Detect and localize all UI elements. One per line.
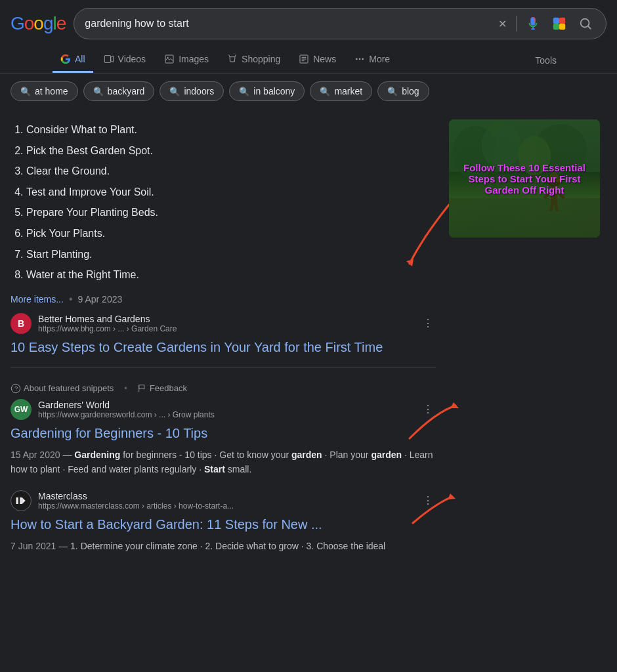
source-info-gw: Gardeners' World https://www.gardenerswo…	[38, 400, 414, 419]
tab-images[interactable]: Images	[156, 47, 217, 73]
result-snippet-mc: 7 Jun 2021 — 1. Determine your climate z…	[11, 539, 436, 553]
video-icon	[104, 54, 114, 64]
clear-button[interactable]	[496, 15, 509, 33]
news-icon	[299, 54, 309, 64]
tab-more-label: More	[369, 54, 390, 64]
svg-text:?: ?	[14, 385, 18, 392]
source-name-bhg: Better Homes and Gardens	[38, 314, 414, 324]
divider	[11, 367, 436, 368]
more-dots-icon	[354, 54, 365, 64]
source-info-mc: Masterclass https://www.masterclass.com …	[38, 491, 414, 511]
result-title-mc[interactable]: How to Start a Backyard Garden: 11 Steps…	[11, 515, 436, 534]
chip-search-icon-2: 🔍	[93, 87, 104, 96]
divider-line	[516, 16, 517, 32]
tab-all[interactable]: All	[53, 47, 93, 73]
shopping-icon	[227, 54, 238, 64]
svg-point-18	[359, 58, 361, 60]
chip-search-icon: 🔍	[20, 87, 31, 96]
search-bar	[74, 8, 606, 39]
chip-search-icon-4: 🔍	[239, 87, 249, 96]
list-item: Start Planting.	[26, 244, 436, 265]
source-info-bhg: Better Homes and Gardens https://www.bhg…	[38, 314, 414, 333]
chip-indoors[interactable]: 🔍 indoors	[160, 81, 224, 101]
list-item: Consider What to Plant.	[26, 119, 436, 140]
chip-at-home[interactable]: 🔍 at home	[11, 81, 78, 101]
tab-videos[interactable]: Videos	[96, 47, 154, 73]
svg-rect-3	[553, 18, 559, 24]
source-name-mc: Masterclass	[38, 491, 414, 501]
result-date-gw: 15 Apr 2020	[11, 450, 60, 460]
google-logo: Google	[11, 13, 66, 34]
chip-backyard[interactable]: 🔍 backyard	[83, 81, 155, 101]
filter-chips: 🔍 at home 🔍 backyard 🔍 indoors 🔍 in balc…	[0, 74, 617, 109]
svg-point-7	[581, 19, 589, 28]
dot-separator: •	[124, 383, 127, 393]
featured-title-link[interactable]: 10 Easy Steps to Create Gardens in Your …	[11, 338, 436, 356]
svg-marker-28	[22, 497, 26, 504]
mc-favicon	[11, 490, 32, 511]
three-dots-mc[interactable]: ⋮	[420, 492, 436, 509]
chip-market[interactable]: 🔍 market	[310, 81, 372, 101]
svg-rect-22	[139, 385, 144, 389]
more-items-link[interactable]: More items...	[11, 294, 64, 304]
list-item: Prepare Your Planting Beds.	[26, 202, 436, 223]
search-icons	[496, 14, 595, 33]
mc-logo-icon	[14, 494, 28, 507]
chip-search-icon-5: 🔍	[320, 87, 330, 96]
source-url-mc: https://www.masterclass.com › articles ›…	[38, 501, 414, 511]
chip-blog[interactable]: 🔍 blog	[377, 81, 429, 101]
result-gardeners-world: GW Gardeners' World https://www.gardener…	[11, 399, 436, 477]
more-items-line: More items... • 9 Apr 2023	[11, 293, 436, 305]
result-snippet-gw: 15 Apr 2020 — Gardening for beginners - …	[11, 448, 436, 477]
lens-button[interactable]	[549, 14, 569, 33]
list-item: Test and Improve Your Soil.	[26, 182, 436, 203]
tools-button[interactable]: Tools	[527, 49, 564, 72]
search-icon	[578, 16, 593, 31]
tab-videos-label: Videos	[118, 54, 146, 64]
about-snippets-link[interactable]: ? About featured snippets	[11, 383, 114, 394]
svg-marker-10	[110, 56, 113, 62]
tab-more[interactable]: More	[347, 47, 398, 73]
result-date-mc: 7 Jun 2021	[11, 541, 56, 551]
main-content: Consider What to Plant. Pick the Best Ga…	[0, 109, 617, 577]
source-url-gw: https://www.gardenersworld.com › ... › G…	[38, 410, 414, 419]
gw-favicon: GW	[11, 399, 32, 420]
search-submit-button[interactable]	[576, 14, 595, 33]
three-dots-bhg[interactable]: ⋮	[420, 314, 436, 332]
svg-rect-9	[104, 56, 110, 63]
steps-list: Consider What to Plant. Pick the Best Ga…	[11, 119, 436, 285]
source-card-gw: GW Gardeners' World https://www.gardener…	[11, 399, 436, 420]
svg-rect-26	[16, 497, 18, 504]
search-input[interactable]	[85, 18, 490, 30]
result-title-gw[interactable]: Gardening for Beginners - 10 Tips	[11, 424, 436, 442]
tab-shopping[interactable]: Shopping	[219, 47, 288, 73]
three-dots-gw[interactable]: ⋮	[420, 400, 436, 418]
svg-rect-27	[20, 497, 22, 504]
google-icon	[60, 54, 71, 64]
thumbnail-text: Follow These 10 Essential Steps to Start…	[459, 162, 589, 196]
chip-search-icon-3: 🔍	[169, 87, 180, 96]
featured-thumbnail[interactable]: Follow These 10 Essential Steps to Start…	[449, 119, 600, 238]
svg-rect-4	[559, 18, 565, 24]
svg-line-8	[588, 26, 591, 29]
list-item: Water at the Right Time.	[26, 264, 436, 285]
svg-rect-6	[559, 24, 565, 30]
voice-search-button[interactable]	[523, 14, 543, 33]
source-url-bhg: https://www.bhg.com › ... › Garden Care	[38, 324, 414, 333]
svg-point-19	[362, 58, 364, 60]
question-icon: ?	[11, 383, 21, 394]
x-icon	[498, 18, 507, 30]
nav-tabs: All Videos Images Shopping News	[0, 47, 617, 74]
bhg-favicon: B	[11, 313, 32, 334]
snippet-date: 9 Apr 2023	[78, 294, 123, 304]
chip-in-balcony[interactable]: 🔍 in balcony	[229, 81, 305, 101]
about-snippets-bar: ? About featured snippets • Feedback	[11, 378, 436, 399]
featured-snippet: Consider What to Plant. Pick the Best Ga…	[11, 119, 436, 399]
tab-news-label: News	[313, 54, 336, 64]
tab-news[interactable]: News	[291, 47, 344, 73]
feedback-link[interactable]: Feedback	[138, 383, 187, 393]
list-item: Clear the Ground.	[26, 161, 436, 182]
separator: •	[69, 293, 73, 305]
list-item: Pick Your Plants.	[26, 223, 436, 244]
tab-all-label: All	[75, 54, 85, 64]
